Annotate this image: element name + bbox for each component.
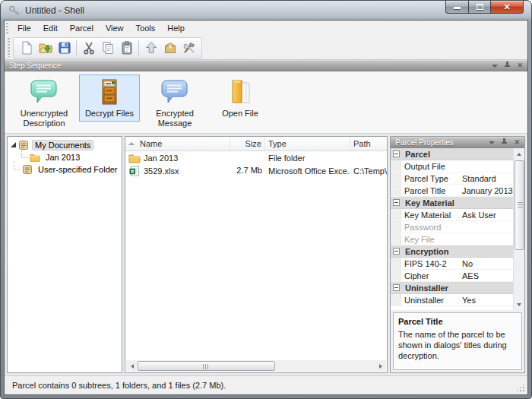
menu-help[interactable]: Help <box>161 22 191 34</box>
horizontal-scrollbar[interactable] <box>126 360 386 372</box>
collapse-icon[interactable] <box>393 284 400 291</box>
file-row-3529-xlsx[interactable]: 3529.xlsx 2.7 Mb Microsoft Office Exce..… <box>125 164 387 177</box>
pin-icon[interactable] <box>501 138 508 147</box>
column-header-size[interactable]: Size <box>230 137 265 150</box>
file-name: 3529.xlsx <box>144 166 179 176</box>
step-item-label: Open File <box>222 109 258 119</box>
property-grid: Parcel Output File Parcel Type Standard <box>391 148 524 310</box>
close-panel-icon[interactable]: ✕ <box>514 139 520 146</box>
left-arrow-icon <box>131 364 134 369</box>
save-button[interactable] <box>55 39 74 57</box>
scrollbar-thumb[interactable] <box>138 361 275 371</box>
copy-button[interactable] <box>98 39 117 57</box>
collapse-icon[interactable] <box>393 248 400 255</box>
category-encryption[interactable]: Encryption <box>391 245 513 258</box>
parcel-properties-title: Parcel Properties <box>395 138 489 147</box>
window-title: Untitled - Shell <box>25 5 84 16</box>
step-item-decrypt-files[interactable]: Decrypt Files <box>79 74 140 122</box>
step-item-label: Encrypted Message <box>147 109 203 128</box>
scroll-right-button[interactable] <box>375 360 386 372</box>
tree-connector <box>21 149 28 158</box>
file-path: C:\Temp\352 <box>350 166 387 176</box>
category-label: Key Material <box>405 198 454 207</box>
property-row-key-file[interactable]: Key File <box>391 233 513 245</box>
cut-button[interactable] <box>79 39 98 57</box>
vertical-scrollbar[interactable] <box>513 148 524 310</box>
property-row-parcel-title[interactable]: Parcel Title January 2013 <box>391 185 513 197</box>
new-document-icon <box>19 40 34 55</box>
menu-view[interactable]: View <box>100 22 130 34</box>
category-label: Uninstaller <box>405 283 448 293</box>
client-area: File Edit Parcel View Tools Help <box>4 20 528 395</box>
tools-button[interactable] <box>179 39 198 57</box>
category-uninstaller[interactable]: Uninstaller <box>391 282 513 294</box>
excel-file-icon <box>128 166 141 176</box>
scrollbar-track[interactable] <box>138 360 375 372</box>
minimize-button[interactable] <box>445 1 468 14</box>
copy-icon <box>100 40 116 55</box>
save-icon <box>57 40 72 55</box>
step-item-open-file[interactable]: Open File <box>210 74 271 122</box>
close-panel-icon[interactable]: ✕ <box>517 62 523 69</box>
property-row-output-file[interactable]: Output File <box>391 160 513 173</box>
property-row-key-material[interactable]: Key Material Ask User <box>391 209 513 221</box>
toolbar <box>5 36 527 60</box>
column-header-name[interactable]: Name <box>125 137 230 150</box>
scrollbar-thumb[interactable] <box>515 160 524 250</box>
paste-icon <box>119 40 135 55</box>
column-header-path[interactable]: Path <box>350 137 387 150</box>
property-row-cipher[interactable]: Cipher AES <box>391 270 513 282</box>
chevron-down-icon[interactable] <box>492 65 498 68</box>
menu-edit[interactable]: Edit <box>37 22 64 34</box>
toolbar-grip[interactable] <box>8 38 10 57</box>
parcel-properties-header: Parcel Properties ✕ <box>391 137 524 148</box>
column-label: Name <box>140 139 162 148</box>
paste-button[interactable] <box>117 39 136 57</box>
scroll-left-button[interactable] <box>126 360 138 372</box>
step-item-label: Unencrypted Description <box>16 109 72 128</box>
pin-icon[interactable] <box>504 62 511 70</box>
close-button[interactable]: ✕ <box>490 1 524 14</box>
menu-tools[interactable]: Tools <box>130 22 162 34</box>
property-row-parcel-type[interactable]: Parcel Type Standard <box>391 173 513 185</box>
build-parcel-button[interactable] <box>160 39 179 57</box>
chevron-down-icon[interactable] <box>489 141 495 144</box>
menu-file[interactable]: File <box>11 22 37 34</box>
step-item-unencrypted-description[interactable]: Unencrypted Description <box>14 74 74 131</box>
package-box-icon <box>163 40 178 55</box>
maximize-button[interactable] <box>468 1 490 14</box>
file-name: Jan 2013 <box>144 154 178 163</box>
toolbar-separator <box>138 40 139 55</box>
tree-item-user-specified-folder[interactable]: User-specified Folder <box>9 163 120 176</box>
property-row-uninstaller[interactable]: Uninstaller Yes <box>391 294 513 306</box>
status-bar: Parcel contains 0 subtrees, 1 folders, a… <box>5 375 527 394</box>
property-row-fips[interactable]: FIPS 140-2 No <box>391 258 513 270</box>
file-row-jan-2013[interactable]: Jan 2013 File folder <box>125 151 387 164</box>
menu-parcel[interactable]: Parcel <box>64 22 100 34</box>
speech-bubble-teal-icon <box>30 78 59 106</box>
category-parcel[interactable]: Parcel <box>391 148 513 160</box>
move-up-button[interactable] <box>141 39 160 57</box>
open-parcel-button[interactable] <box>36 39 55 57</box>
column-header-type[interactable]: Type <box>265 137 350 150</box>
title-bar[interactable]: Untitled - Shell ✕ <box>4 1 528 20</box>
resize-grip-icon[interactable] <box>523 390 524 391</box>
tree-item-label: User-specified Folder <box>36 165 120 174</box>
tree-connector <box>14 161 21 170</box>
cut-scissors-icon <box>81 40 97 55</box>
open-folder-icon <box>38 40 53 55</box>
step-item-encrypted-message[interactable]: Encrypted Message <box>144 74 205 131</box>
tree-item-jan-2013[interactable]: Jan 2013 <box>9 151 120 163</box>
collapse-icon[interactable] <box>393 150 400 157</box>
maximize-icon <box>477 4 483 10</box>
scroll-up-button[interactable] <box>514 148 524 160</box>
category-key-material[interactable]: Key Material <box>391 197 513 209</box>
tree-expander-icon[interactable] <box>11 142 16 147</box>
scroll-down-button[interactable] <box>514 299 524 310</box>
property-row-password[interactable]: Password <box>391 221 513 233</box>
menubar-grip[interactable] <box>6 23 8 33</box>
key-icon <box>8 5 21 17</box>
collapse-icon[interactable] <box>393 199 400 206</box>
column-label: Size <box>245 139 261 148</box>
new-document-button[interactable] <box>17 39 36 57</box>
